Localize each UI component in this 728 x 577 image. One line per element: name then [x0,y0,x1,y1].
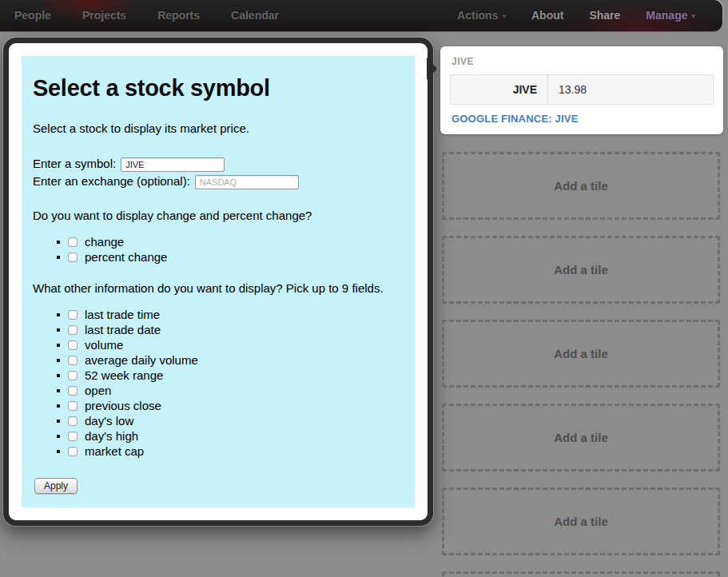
navbar-left-group: People Projects Reports Calendar [3,0,299,31]
nav-item-people[interactable]: People [3,0,62,31]
square-bullet-icon [57,374,60,377]
add-tile-button[interactable]: Add a tile [442,404,720,472]
list-item: volume [57,337,404,352]
square-bullet-icon [57,450,60,453]
change-question-text: Do you want to display change and percen… [33,208,404,223]
open-checkbox[interactable] [68,386,78,396]
previous-close-checkbox[interactable] [68,401,78,411]
nav-item-reports[interactable]: Reports [146,0,211,31]
caret-down-icon: ▾ [502,12,506,20]
navbar-right-group: Actions▾ About Share Manage▾ [444,0,708,31]
list-item: open [57,383,404,398]
nav-item-manage[interactable]: Manage▾ [633,0,708,32]
last-trade-date-checkbox[interactable] [68,325,78,335]
nav-item-share[interactable]: Share [576,0,633,31]
square-bullet-icon [57,241,60,244]
add-tile-list: Add a tile Add a tile Add a tile Add a t… [442,152,720,577]
checkbox-label: change [85,235,124,249]
symbol-form-line: Enter a symbol: [33,155,404,173]
add-tile-button[interactable]: Add a tile [442,571,720,577]
nav-item-manage-label: Manage [646,9,687,22]
exchange-input[interactable] [195,175,299,189]
fields-question-text: What other information do you want to di… [33,281,394,296]
add-tile-button[interactable]: Add a tile [442,152,720,220]
checkbox-label: market cap [85,444,144,458]
dialog-title: Select a stock symbol [33,75,404,101]
square-bullet-icon [57,435,60,438]
checkbox-label: last trade time [85,308,160,321]
days-high-checkbox[interactable] [68,432,78,441]
average-daily-volume-checkbox[interactable] [68,356,78,365]
stock-symbol-cell: JIVE [451,75,548,104]
symbol-input[interactable] [121,157,225,172]
square-bullet-icon [57,404,60,408]
square-bullet-icon [57,389,60,392]
list-item: day's low [57,413,404,428]
volume-checkbox[interactable] [68,340,78,350]
add-tile-button[interactable]: Add a tile [442,236,720,304]
market-cap-checkbox[interactable] [68,447,78,456]
add-tile-button[interactable]: Add a tile [442,487,720,555]
square-bullet-icon [57,313,60,316]
add-tile-button[interactable]: Add a tile [442,320,720,388]
checkbox-label: day's high [85,429,138,443]
list-item: percent change [57,249,404,265]
checkbox-label: open [85,384,111,397]
dialog-intro-text: Select a stock to display its market pri… [33,121,404,136]
square-bullet-icon [57,359,60,362]
change-options-list: change percent change [33,234,404,265]
checkbox-label: previous close [85,399,161,412]
percent-change-checkbox[interactable] [68,253,78,262]
checkbox-label: day's low [85,414,133,428]
symbol-label: Enter a symbol: [33,157,116,170]
caret-down-icon: ▾ [691,12,695,20]
checkbox-label: last trade date [85,323,161,336]
stock-price-row: JIVE 13.98 [450,74,714,105]
list-item: change [57,234,404,249]
nav-item-actions-label: Actions [457,9,498,22]
exchange-label: Enter an exchange (optional): [33,174,190,188]
square-bullet-icon [57,420,60,423]
exchange-form-line: Enter an exchange (optional): [33,173,404,190]
list-item: 52 week range [57,368,404,383]
apply-button[interactable]: Apply [34,478,78,494]
52-week-range-checkbox[interactable] [68,371,78,380]
list-item: last trade time [57,307,404,322]
checkbox-label: percent change [85,250,167,264]
checkbox-label: volume [85,338,123,352]
stock-symbol-dialog-body: Select a stock symbol Select a stock to … [22,56,415,507]
square-bullet-icon [57,344,60,347]
stock-tile: JIVE JIVE 13.98 GOOGLE FINANCE: JIVE [440,46,723,134]
square-bullet-icon [57,328,60,332]
list-item: last trade date [57,322,404,337]
field-options-list: last trade time last trade date volume a… [33,307,404,459]
checkbox-label: 52 week range [85,368,163,382]
list-item: market cap [57,444,404,459]
stock-price-cell: 13.98 [548,83,587,96]
nav-item-actions[interactable]: Actions▾ [444,0,519,32]
nav-item-calendar[interactable]: Calendar [220,0,290,31]
checkbox-label: average daily volume [85,353,198,367]
change-checkbox[interactable] [68,237,78,247]
list-item: average daily volume [57,352,404,368]
google-finance-link[interactable]: GOOGLE FINANCE: JIVE [452,113,579,125]
list-item: previous close [57,398,404,413]
days-low-checkbox[interactable] [68,416,78,426]
tile-title: JIVE [452,56,714,67]
nav-item-about[interactable]: About [519,0,576,31]
top-navbar: People Projects Reports Calendar Actions… [0,0,722,31]
stock-symbol-dialog: Select a stock symbol Select a stock to … [3,38,433,526]
nav-item-projects[interactable]: Projects [71,0,137,31]
square-bullet-icon [57,256,60,259]
list-item: day's high [57,428,404,444]
last-trade-time-checkbox[interactable] [68,310,78,320]
